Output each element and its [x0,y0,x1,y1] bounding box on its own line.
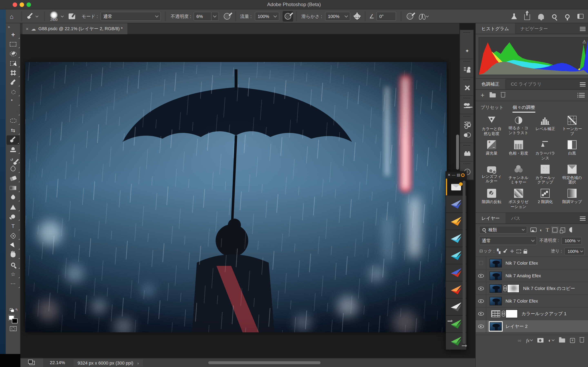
search-button[interactable] [552,9,557,23]
panel-menu-icon[interactable] [580,27,586,31]
quick-mask-button[interactable] [9,326,17,331]
layer-thumbnail[interactable] [490,284,502,292]
layer-row-2[interactable]: Nik 7 Color Efex のコピー [476,282,588,295]
tool-type[interactable]: T [6,221,20,231]
brush-picker-chevron[interactable] [61,9,63,23]
close-tab-icon[interactable]: × [26,26,29,32]
tool-gradient[interactable] [6,183,20,193]
blend-mode-select[interactable]: 通常 [100,9,161,23]
adjustment-lens[interactable]: レンズフィ ルター [478,165,505,185]
panel-menu-icon[interactable] [580,217,586,221]
lock-paint-icon[interactable] [503,249,508,254]
subtab-presets[interactable]: プリセット [481,104,504,113]
add-layer-mask-icon[interactable] [537,338,544,342]
tool-eraser[interactable] [6,174,20,183]
layer-name[interactable]: Nik 7 Color Efex [506,261,538,266]
nik-close-icon[interactable]: ✕ [448,173,450,177]
layer-thumbnail[interactable] [490,259,502,267]
document-size-box[interactable]: 9324 px x 6000 px (300 ppi) › [73,359,143,367]
lock-transparency-icon[interactable]: ▚ [497,249,501,254]
airbrush-toggle[interactable] [283,11,293,22]
tool-sharpen[interactable] [6,202,20,212]
adjustment-vibrance[interactable]: カラーと自 然な彩度 [478,116,505,136]
adjustment-mixer[interactable]: チャンネル ミキサー [505,165,532,185]
mask-link-icon[interactable] [503,285,506,291]
tool-history-brush[interactable]: ↺ [6,154,20,164]
tool-hand[interactable] [6,250,20,260]
histogram-warning-icon[interactable]: ⚠ [582,39,586,44]
background-color[interactable] [12,318,17,323]
adjustment-lookup[interactable]: カラールッ クアップ [532,165,559,185]
opacity-select[interactable]: 6% [194,9,219,23]
adjustment-balance[interactable]: カラーバラ ンス [532,140,559,161]
swap-colors-icon[interactable]: ↰ [10,308,16,312]
add-adjustment-icon[interactable]: + [481,92,484,99]
adjustment-posterize[interactable]: ポスタリゼ ーション [505,189,532,209]
toggle-brush-panel-button[interactable] [69,9,75,23]
tab-cc-libraries[interactable]: CC ライブラリ [505,79,547,89]
layer-name[interactable]: Nik 7 Color Efex のコピー [523,285,575,291]
tool-object-selection[interactable] [6,58,20,68]
adjustment-curves[interactable]: トーンカー ブ [559,116,586,136]
tool-zoom[interactable] [6,260,20,269]
adjustment-invert[interactable]: 階調の反転 [478,189,505,209]
tool-remove-tool[interactable] [6,87,20,97]
layer-row-0[interactable]: Nik 7 Color Efex [476,257,588,269]
tool-edit-toolbar[interactable]: ⋯ [6,279,20,289]
layer-row-3[interactable]: Nik 7 Color Efex [476,295,588,308]
tool-move[interactable]: + [6,30,20,39]
tool-blur[interactable] [6,193,20,202]
lock-all-icon[interactable] [523,249,527,253]
layer-fill-select[interactable]: 100% [564,247,585,255]
foreground-background-swatches[interactable] [9,315,17,323]
home-button[interactable]: ⌂ [10,9,13,23]
tool-brush[interactable] [7,135,20,145]
comments-icon[interactable] [460,101,474,111]
workspace-button[interactable] [577,9,584,23]
link-layers-icon[interactable]: ∞ [518,337,521,343]
tool-healing-brush[interactable] [6,106,20,116]
brush-picker-button[interactable]: 2400 [50,9,58,23]
new-adjustment-layer-icon[interactable]: ◐ [548,337,554,343]
tool-custom-shape[interactable]: ☆ [6,269,20,279]
subtab-single-adjustments[interactable]: 個々の調整 [513,104,535,113]
document-tab[interactable]: × ☁ G88.psdc @ 22.1% (レイヤー 2, RGB/8) * [22,23,128,34]
layer-mask-thumbnail[interactable] [507,284,519,292]
layer-opacity-select[interactable]: 100% [562,237,582,244]
filter-type-layers-icon[interactable]: T [546,226,549,233]
tab-adjustments[interactable]: 色調補正 [476,79,505,89]
canvas-vertical-scrollbar[interactable] [456,134,459,170]
layer-visibility-eye-icon[interactable] [476,269,486,282]
nik-minimize-icon[interactable]: — [452,173,456,177]
folder-icon[interactable] [490,93,496,97]
adjustment-levels[interactable]: レベル補正 [532,116,559,136]
discover-button[interactable] [565,9,570,23]
adjustment-bright[interactable]: 明るさ・コ ントラスト [505,116,532,136]
tool-patch[interactable] [6,116,20,125]
tool-selection-brush[interactable] [6,49,20,58]
tab-paths[interactable]: パス [506,213,526,224]
canvas-area[interactable]: « 被写体を選択背景を削除カラーを調整 ✦⊿◐⊞⋯ [20,34,459,358]
filter-shape-layers-icon[interactable] [552,227,557,232]
trash-icon[interactable] [501,93,505,98]
delete-layer-icon[interactable] [580,338,584,342]
filter-toggle-icon[interactable] [568,227,572,233]
flow-select[interactable]: 100% [255,9,279,23]
smoothing-select[interactable]: 100% [325,9,350,23]
magic-wand-icon[interactable]: ✦ [460,46,474,56]
tool-pen[interactable] [6,231,20,241]
share-button[interactable] [524,9,530,23]
tool-content-aware-move[interactable]: ⇆ [6,125,20,135]
layer-row-5[interactable]: レイヤー 2 [476,320,588,333]
layer-mask-thumbnail[interactable] [506,309,518,318]
layer-name[interactable]: Nik 7 Analog Efex [506,273,541,278]
filter-adjustment-layers-icon[interactable]: ◐ [540,227,543,232]
beta-features-button[interactable] [511,9,517,23]
layer-visibility-checkbox[interactable] [476,257,486,269]
nik-list-icon[interactable]: ▤ [457,173,460,177]
adjustment-gradmap[interactable]: 階調マップ [559,189,586,209]
status-zoom-level[interactable]: 22.14% [50,360,65,365]
new-group-icon[interactable] [559,338,565,342]
color-icon[interactable] [460,130,474,140]
tab-layers[interactable]: レイヤー [476,213,506,224]
